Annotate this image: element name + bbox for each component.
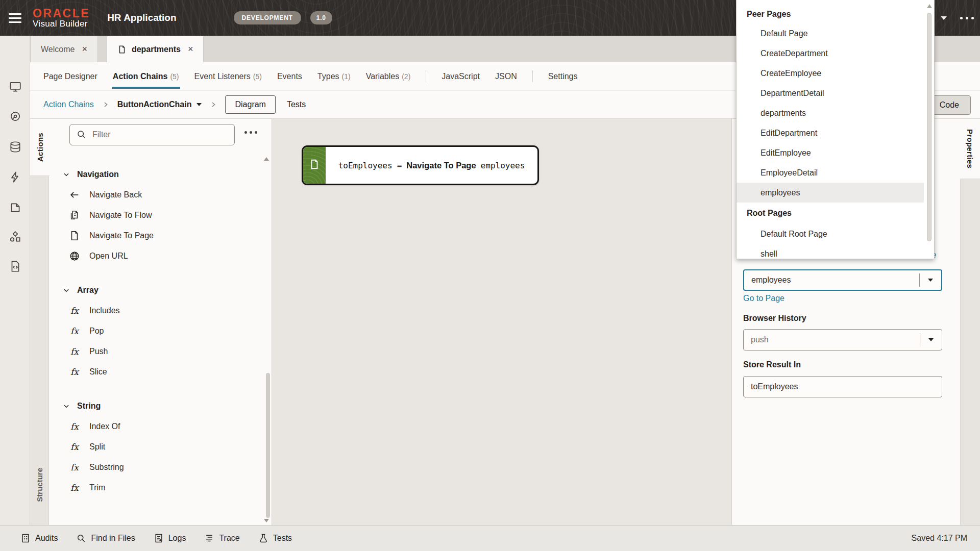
- section-title: Array: [77, 286, 99, 295]
- visual-builder-app: ORACLE Visual Builder HR Application DEV…: [0, 0, 980, 551]
- dropdown-item-departmentdetail[interactable]: DepartmentDetail: [737, 83, 924, 103]
- subtab-json[interactable]: JSON: [495, 62, 517, 90]
- statusbar-item-trace[interactable]: Trace: [204, 533, 239, 543]
- visual-builder-wordmark: Visual Builder: [33, 19, 90, 29]
- oracle-logo: ORACLE Visual Builder: [33, 7, 90, 29]
- subtab-variables[interactable]: Variables(2): [366, 62, 411, 90]
- dropdown-item-employees[interactable]: employees: [737, 183, 924, 203]
- arrow-left-icon: [68, 189, 81, 201]
- subtab-label: JSON: [495, 72, 517, 81]
- scrollbar-thumb[interactable]: [927, 13, 932, 241]
- store-result-input[interactable]: [744, 377, 942, 397]
- store-result-label: Store Result In: [743, 360, 801, 369]
- structure-panel-tab[interactable]: Structure: [30, 462, 49, 508]
- page-icon: [68, 230, 81, 242]
- action-item-substring[interactable]: fxSubstring: [49, 457, 268, 478]
- dropdown-item-createdepartment[interactable]: CreateDepartment: [737, 43, 924, 63]
- page-combobox-dropdown-button[interactable]: [920, 270, 941, 290]
- action-item-slice[interactable]: fxSlice: [49, 362, 268, 382]
- dropdown-item-shell[interactable]: shell: [737, 244, 924, 259]
- subtab-events[interactable]: Events: [277, 62, 302, 90]
- browser-history-input[interactable]: [744, 335, 920, 344]
- statusbar-item-find-in-files[interactable]: Find in Files: [76, 533, 135, 543]
- action-item-open-url[interactable]: Open URL: [49, 246, 268, 266]
- action-item-pop[interactable]: fxPop: [49, 321, 268, 341]
- action-item-navigate-back[interactable]: Navigate Back: [49, 185, 268, 205]
- fx-icon: fx: [68, 305, 81, 317]
- subtab-action-chains[interactable]: Action Chains(5): [113, 62, 179, 90]
- dropdown-item-createemployee[interactable]: CreateEmployee: [737, 63, 924, 83]
- subtab-javascript[interactable]: JavaScript: [442, 62, 480, 90]
- dropdown-item-editdepartment[interactable]: EditDepartment: [737, 123, 924, 143]
- chevron-down-icon: [63, 171, 70, 178]
- business-objects-icon[interactable]: [9, 140, 22, 154]
- properties-panel-tab[interactable]: Properties: [960, 119, 980, 179]
- panel-overflow-menu-icon[interactable]: [244, 131, 257, 134]
- section-header-string[interactable]: String: [49, 396, 268, 416]
- action-item-label: Navigate To Flow: [89, 211, 152, 220]
- dropdown-item-employeedetail[interactable]: EmployeeDetail: [737, 163, 924, 183]
- dropdown-item-default-page[interactable]: Default Page: [737, 23, 924, 43]
- action-item-navigate-to-page[interactable]: Navigate To Page: [49, 226, 268, 246]
- fx-icon: fx: [68, 366, 81, 378]
- fx-icon: fx: [68, 345, 81, 358]
- scrollbar-track[interactable]: [926, 2, 932, 257]
- action-item-navigate-to-flow[interactable]: Navigate To Flow: [49, 205, 268, 226]
- section-title: String: [77, 402, 101, 411]
- current-action-chain-selector[interactable]: ButtonActionChain: [117, 100, 202, 109]
- navigate-to-page-action-node[interactable]: toEmployees = Navigate To Page employees: [302, 145, 539, 185]
- action-item-split[interactable]: fxSplit: [49, 437, 268, 457]
- dropdown-item-default-root-page[interactable]: Default Root Page: [737, 224, 924, 244]
- fx-icon: fx: [68, 325, 81, 337]
- breadcrumb-action-chains-link[interactable]: Action Chains: [43, 100, 94, 109]
- dropdown-item-departments[interactable]: departments: [737, 103, 924, 123]
- action-item-includes[interactable]: fxIncludes: [49, 300, 268, 321]
- browser-history-dropdown-button[interactable]: [920, 330, 942, 350]
- palette-section-array: ArrayfxIncludesfxPopfxPushfxSlice: [49, 280, 268, 382]
- go-to-page-link[interactable]: Go to Page: [743, 294, 785, 303]
- statusbar-item-logs[interactable]: Logs: [154, 533, 186, 543]
- dropdown-item-editemployee[interactable]: EditEmployee: [737, 143, 924, 163]
- section-header-array[interactable]: Array: [49, 280, 268, 300]
- statusbar-item-tests[interactable]: Tests: [258, 533, 292, 543]
- filter-input[interactable]: [69, 124, 235, 145]
- oracle-wordmark: ORACLE: [33, 7, 90, 19]
- app-uis-icon[interactable]: [9, 80, 22, 93]
- components-icon[interactable]: [9, 201, 22, 214]
- tests-view-button[interactable]: Tests: [287, 100, 306, 109]
- overflow-menu-icon[interactable]: [960, 17, 974, 19]
- subtab-types[interactable]: Types(1): [317, 62, 351, 90]
- scroll-down-arrow[interactable]: [264, 519, 269, 525]
- page-combobox[interactable]: [743, 269, 942, 291]
- browser-history-select[interactable]: [743, 329, 942, 350]
- action-item-trim[interactable]: fxTrim: [49, 478, 268, 498]
- node-action-name: Navigate To Page: [406, 161, 476, 170]
- statusbar-item-audits[interactable]: Audits: [20, 533, 58, 543]
- processes-icon[interactable]: [9, 230, 22, 243]
- diagram-view-button[interactable]: Diagram: [225, 95, 275, 114]
- chevron-down-icon[interactable]: [941, 16, 947, 23]
- page-combobox-input[interactable]: [744, 276, 919, 285]
- service-connections-icon[interactable]: [9, 110, 22, 123]
- close-icon[interactable]: ×: [188, 44, 193, 55]
- subtab-page-designer[interactable]: Page Designer: [43, 62, 97, 90]
- subtab-settings[interactable]: Settings: [548, 62, 578, 90]
- subtab-event-listeners[interactable]: Event Listeners(5): [194, 62, 262, 90]
- structure-panel-tab-label: Structure: [35, 468, 44, 502]
- fx-icon: fx: [68, 482, 81, 494]
- tab-departments[interactable]: departments ×: [107, 36, 204, 62]
- scroll-up-arrow[interactable]: [264, 155, 269, 161]
- menu-icon[interactable]: [0, 0, 30, 36]
- chevron-right-icon: [210, 101, 217, 108]
- scrollbar-thumb[interactable]: [266, 373, 270, 518]
- source-code-icon[interactable]: [9, 260, 22, 273]
- action-item-push[interactable]: fxPush: [49, 341, 268, 362]
- tab-welcome[interactable]: Welcome ×: [30, 36, 98, 62]
- actions-events-icon[interactable]: [9, 170, 22, 184]
- section-header-navigation[interactable]: Navigation: [49, 164, 268, 185]
- close-icon[interactable]: ×: [82, 44, 87, 55]
- actions-panel-tab[interactable]: Actions: [30, 119, 50, 176]
- scroll-up-arrow[interactable]: [927, 2, 932, 8]
- action-chain-diagram-canvas[interactable]: toEmployees = Navigate To Page employees: [273, 119, 731, 525]
- action-item-index-of[interactable]: fxIndex Of: [49, 416, 268, 437]
